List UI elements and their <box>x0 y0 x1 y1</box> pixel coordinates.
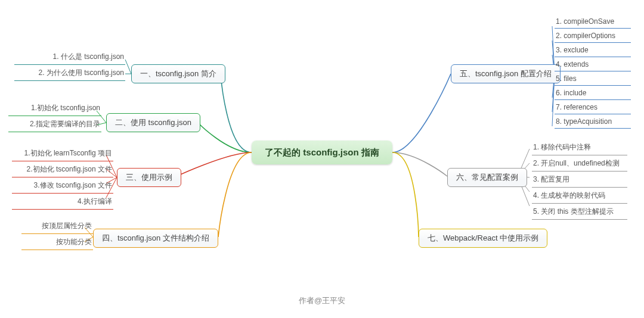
leaf: 1. compileOnSave <box>555 14 631 29</box>
leaf: 2. 为什么使用 tsconfig.json <box>14 65 125 81</box>
node-webpack-react: 七、Webpack/React 中使用示例 <box>419 229 547 248</box>
leaf: 5. files <box>555 71 631 86</box>
leaves-intro: 1. 什么是 tsconfig.json 2. 为什么使用 tsconfig.j… <box>14 49 125 81</box>
leaf: 1. 什么是 tsconfig.json <box>14 49 125 65</box>
leaves-common-cases: 1. 移除代码中注释 2. 开启null、undefined检测 3. 配置复用… <box>532 139 627 220</box>
node-common-cases: 六、常见配置案例 <box>447 168 527 187</box>
leaf: 2.指定需要编译的目录 <box>8 116 101 132</box>
leaf: 6. include <box>555 86 631 100</box>
node-example: 三、使用示例 <box>117 168 181 187</box>
node-config: 五、tsconfig.json 配置介绍 <box>451 64 561 83</box>
leaves-config: 1. compileOnSave 2. compilerOptions 3. e… <box>555 14 631 129</box>
leaf: 4. extends <box>555 57 631 71</box>
leaves-example: 1.初始化 learnTsconfig 项目 2.初始化 tsconfig.js… <box>12 145 113 210</box>
leaf: 2. compilerOptions <box>555 29 631 43</box>
leaf: 2. 开启null、undefined检测 <box>532 155 627 172</box>
leaf: 3.修改 tsconfig.json 文件 <box>12 177 113 194</box>
leaf: 3. exclude <box>555 43 631 57</box>
leaf: 1. 移除代码中注释 <box>532 139 627 155</box>
leaf: 7. references <box>555 100 631 114</box>
leaf: 8. typeAcquisition <box>555 114 631 129</box>
leaf: 按功能分类 <box>21 234 93 250</box>
leaf: 3. 配置复用 <box>532 172 627 188</box>
node-structure: 四、tsconfig.json 文件结构介绍 <box>93 229 218 248</box>
leaves-structure: 按顶层属性分类 按功能分类 <box>21 218 88 250</box>
leaf: 2.初始化 tsconfig.json 文件 <box>12 161 113 177</box>
leaf: 4.执行编译 <box>12 194 113 210</box>
leaf: 1.初始化 learnTsconfig 项目 <box>12 145 113 161</box>
node-usage: 二、使用 tsconfig.json <box>106 113 200 132</box>
leaf: 按顶层属性分类 <box>21 218 93 234</box>
leaf: 5. 关闭 this 类型注解提示 <box>532 204 627 220</box>
node-intro: 一、tsconfig.json 简介 <box>131 64 225 83</box>
leaf: 4. 生成枚举的映射代码 <box>532 188 627 204</box>
mindmap-root: 了不起的 tsconfig.json 指南 <box>252 141 392 164</box>
author-credit: 作者@王平安 <box>0 295 644 306</box>
leaf: 1.初始化 tsconfig.json <box>8 100 101 116</box>
leaves-usage: 1.初始化 tsconfig.json 2.指定需要编译的目录 <box>8 100 101 132</box>
